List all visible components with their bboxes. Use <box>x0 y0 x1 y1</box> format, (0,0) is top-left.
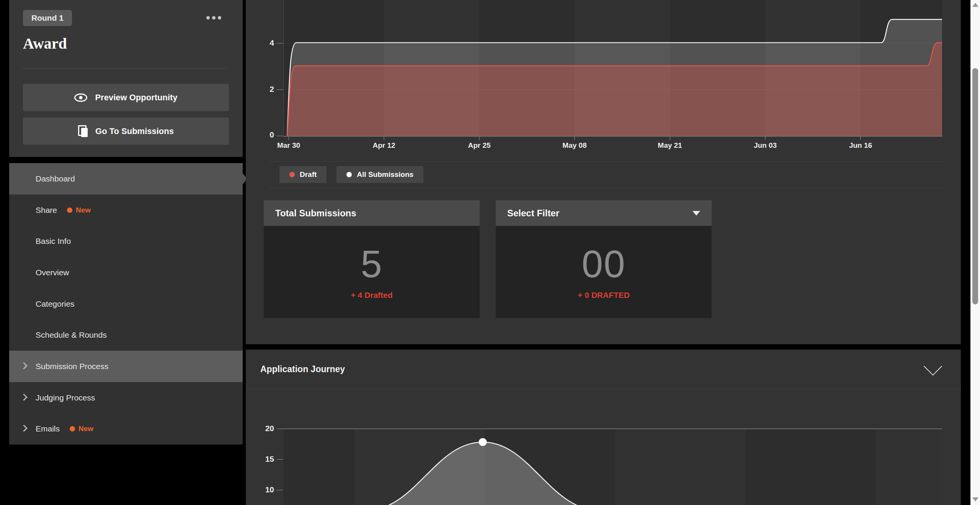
select-filter-card: Select Filter 00 + 0 DRAFTED <box>496 200 712 318</box>
submissions-chart-plot <box>283 0 942 137</box>
submissions-chart-svg <box>284 0 942 136</box>
go-to-submissions-button[interactable]: Go To Submissions <box>23 118 229 145</box>
x-tick <box>860 137 861 140</box>
select-filter-subtext: + 0 DRAFTED <box>578 291 630 300</box>
x-axis-label: Jun 16 <box>849 141 872 150</box>
y-tick <box>276 89 283 90</box>
nav-label: Schedule & Rounds <box>36 330 107 340</box>
round-badge: Round 1 <box>23 10 72 26</box>
sidebar-item-overview[interactable]: Overview <box>9 257 243 288</box>
sidebar-item-schedule-rounds[interactable]: Schedule & Rounds <box>9 319 243 351</box>
sidebar-item-emails[interactable]: Emails New <box>9 413 243 445</box>
sidebar-item-categories[interactable]: Categories <box>9 288 243 320</box>
x-tick <box>479 137 480 140</box>
y-axis-label: 2 <box>251 85 274 94</box>
nav-label: Submission Process <box>36 362 108 371</box>
vertical-scrollbar[interactable] <box>970 0 980 505</box>
scroll-up-arrow-icon[interactable] <box>972 3 978 7</box>
nav-label: Basic Info <box>36 237 71 246</box>
application-journey-panel: Application Journey 20 15 10 <box>246 350 961 505</box>
chevron-right-icon <box>20 425 27 432</box>
y-tick <box>276 459 283 460</box>
x-axis-label: Jun 03 <box>754 141 777 150</box>
total-submissions-card-body: 5 + 4 Drafted <box>264 226 480 318</box>
total-submissions-subtext: + 4 Drafted <box>351 291 392 300</box>
application-journey-chart-svg <box>283 429 942 505</box>
section-title: Application Journey <box>260 364 345 374</box>
total-submissions-card-header: Total Submissions <box>264 200 480 226</box>
chart-legend: Draft All Submissions <box>269 161 942 188</box>
chevron-right-icon <box>20 362 27 369</box>
new-badge: New <box>70 425 93 433</box>
sidebar-nav: Dashboard Share New Basic Info Overview … <box>9 163 243 445</box>
new-badge-label: New <box>76 206 91 214</box>
nav-label: Dashboard <box>36 174 75 183</box>
y-axis-label: 4 <box>251 38 274 47</box>
total-submissions-value: 5 <box>361 245 383 283</box>
y-tick <box>276 43 283 44</box>
preview-opportunity-label: Preview Opportunity <box>95 93 177 103</box>
x-axis-label: Mar 30 <box>277 141 300 150</box>
application-journey-chart-plot <box>283 428 942 505</box>
legend-label: Draft <box>300 170 317 179</box>
all-submissions-dot-icon <box>346 172 352 177</box>
x-tick <box>384 137 384 140</box>
select-filter-value: 00 <box>581 245 626 283</box>
divider <box>22 68 227 69</box>
y-tick <box>276 428 283 429</box>
x-axis-label: Apr 12 <box>372 141 395 150</box>
chevron-right-icon <box>20 394 27 400</box>
x-tick <box>765 137 766 140</box>
x-tick <box>288 137 289 140</box>
sidebar-item-submission-process[interactable]: Submission Process <box>9 351 243 382</box>
x-axis-label: Apr 25 <box>468 141 490 150</box>
y-axis-label: 10 <box>251 485 274 494</box>
scroll-down-arrow-icon[interactable] <box>972 497 978 502</box>
scrollbar-thumb[interactable] <box>972 68 978 304</box>
nav-label: Emails <box>36 424 60 433</box>
new-badge: New <box>67 206 91 214</box>
new-badge-label: New <box>78 425 93 433</box>
sidebar-item-share[interactable]: Share New <box>9 194 243 226</box>
sidebar-header-card: Round 1 Award Preview Opportunity Go To … <box>9 0 243 157</box>
select-filter-card-body: 00 + 0 DRAFTED <box>496 226 712 318</box>
y-tick <box>276 136 283 136</box>
sidebar-item-dashboard[interactable]: Dashboard <box>9 163 243 194</box>
dashboard-panel: 4 2 0 Mar 30 Apr 12 Apr 25 May 08 May 21… <box>246 0 961 344</box>
application-journey-header: Application Journey <box>246 350 961 389</box>
chevron-down-icon[interactable] <box>924 357 942 375</box>
orange-dot-icon <box>70 426 75 431</box>
nav-label: Judging Process <box>36 393 95 402</box>
orange-dot-icon <box>67 208 72 213</box>
x-tick <box>574 137 575 140</box>
y-axis-label: 20 <box>251 424 274 433</box>
x-tick <box>670 137 670 140</box>
draft-dot-icon <box>289 172 295 177</box>
card-title: Total Submissions <box>275 208 356 219</box>
total-submissions-card: Total Submissions 5 + 4 Drafted <box>264 200 480 318</box>
legend-label: All Submissions <box>357 170 413 179</box>
ellipsis-menu-icon[interactable] <box>206 16 221 20</box>
caret-down-icon[interactable] <box>693 211 700 216</box>
sidebar-item-judging-process[interactable]: Judging Process <box>9 382 243 413</box>
journey-peak-dot <box>479 438 487 446</box>
nav-label: Overview <box>36 268 69 277</box>
x-axis-label: May 08 <box>562 141 586 150</box>
sidebar-item-basic-info[interactable]: Basic Info <box>9 226 243 257</box>
go-to-submissions-label: Go To Submissions <box>95 126 174 136</box>
select-filter-dropdown[interactable]: Select Filter <box>496 200 712 226</box>
y-axis-label: 15 <box>251 454 274 464</box>
legend-item-draft[interactable]: Draft <box>279 166 327 183</box>
nav-label: Share <box>36 206 57 215</box>
x-axis-label: May 21 <box>658 141 682 150</box>
legend-item-all-submissions[interactable]: All Submissions <box>336 166 423 183</box>
y-axis-label: 0 <box>251 130 274 139</box>
eye-icon <box>74 93 87 102</box>
y-tick <box>276 490 283 490</box>
card-title: Select Filter <box>507 208 559 219</box>
copy-icon <box>78 125 88 137</box>
preview-opportunity-button[interactable]: Preview Opportunity <box>23 84 229 111</box>
nav-label: Categories <box>36 299 75 309</box>
page-title: Award <box>23 34 67 52</box>
